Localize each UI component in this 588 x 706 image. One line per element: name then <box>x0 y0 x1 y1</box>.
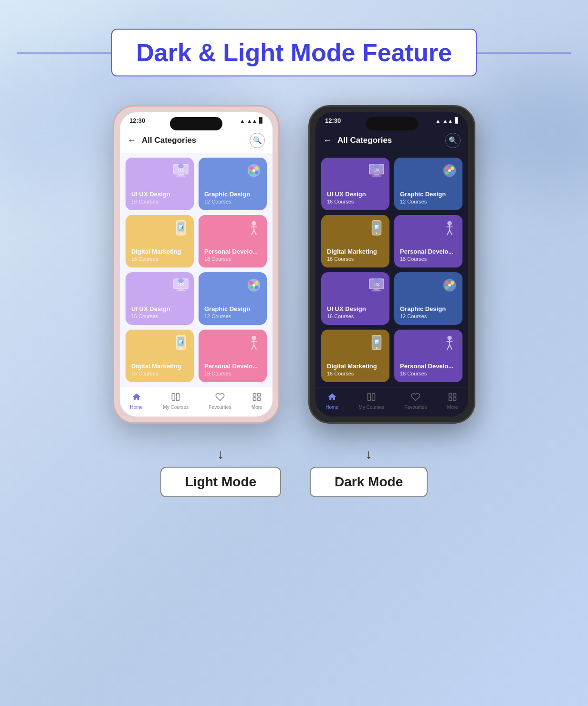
dark-nav-icon-0 <box>327 392 337 403</box>
dark-category-card-6[interactable]: 📊 Digital Marketing 16 Courses <box>321 330 389 382</box>
phones-container: 12:30 ▲ ▲▲ ▊ ← All Categories 🔍 UX UI UX… <box>113 105 475 424</box>
dynamic-island-dark <box>366 117 418 130</box>
dark-nav-item-more[interactable]: More <box>447 392 458 410</box>
light-category-card-6[interactable]: 📊 Digital Marketing 16 Courses <box>126 330 194 382</box>
dark-card-icon-6: 📊 <box>368 333 386 354</box>
svg-point-7 <box>250 166 253 170</box>
svg-point-65 <box>451 281 454 285</box>
back-arrow-light[interactable]: ← <box>127 136 136 146</box>
light-nav-item-home[interactable]: Home <box>130 392 143 410</box>
svg-rect-60 <box>372 290 381 291</box>
light-nav-item-my-courses[interactable]: My Courses <box>163 392 189 410</box>
light-nav-item-favourites[interactable]: Favourites <box>209 392 231 410</box>
light-category-card-3[interactable]: Personal Develo... 18 Courses <box>199 215 267 267</box>
card-courses-7: 18 Courses <box>204 371 261 376</box>
dark-card-courses-0: 16 Courses <box>327 199 384 204</box>
battery-icon: ▊ <box>259 118 263 124</box>
svg-text:UX: UX <box>373 167 380 172</box>
dynamic-island-light <box>170 117 222 130</box>
dark-card-icon-1 <box>441 161 459 182</box>
dark-nav-icon-3 <box>448 392 457 403</box>
dark-nav-label-2: Favourites <box>405 405 427 410</box>
light-time: 12:30 <box>129 117 145 124</box>
dark-nav-item-favourites[interactable]: Favourites <box>405 392 427 410</box>
dark-card-icon-2: 📊 <box>368 219 386 240</box>
card-name-5: Graphic Design <box>204 305 261 312</box>
dark-header: ← All Categories 🔍 <box>315 128 468 153</box>
dark-category-card-5[interactable]: Graphic Design 12 Courses <box>394 272 462 325</box>
dark-category-card-7[interactable]: Personal Develo... 18 Courses <box>394 330 462 382</box>
back-arrow-dark[interactable]: ← <box>323 136 332 146</box>
light-category-card-2[interactable]: 📊 Digital Marketing 16 Courses <box>126 215 194 267</box>
light-status-icons: ▲ ▲▲ ▊ <box>240 118 263 124</box>
light-mode-label-box: ↓ Light Mode <box>160 448 281 497</box>
card-icon-7 <box>245 333 263 354</box>
dark-bottom-nav: Home My Courses Favourites More <box>315 387 468 417</box>
dark-mode-arrow: ↓ <box>366 448 372 461</box>
dark-card-courses-4: 16 Courses <box>327 313 384 319</box>
dark-mode-label: Dark Mode <box>310 467 428 497</box>
dark-signal-icon: ▲▲ <box>442 118 453 124</box>
card-courses-4: 16 Courses <box>131 313 188 319</box>
dark-nav-item-home[interactable]: Home <box>326 392 338 410</box>
card-name-2: Digital Marketing <box>131 248 188 255</box>
card-name-3: Personal Develo... <box>204 248 261 255</box>
svg-rect-38 <box>253 398 256 401</box>
card-name-0: UI UX Design <box>131 191 188 198</box>
light-category-card-7[interactable]: Personal Develo... 18 Courses <box>199 330 267 382</box>
light-category-card-5[interactable]: Graphic Design 12 Courses <box>199 272 267 325</box>
light-phone-inner: 12:30 ▲ ▲▲ ▊ ← All Categories 🔍 UX UI UX… <box>120 112 273 417</box>
light-category-card-4[interactable]: UX UI UX Design 16 Courses <box>126 272 194 325</box>
light-nav-icon-0 <box>132 392 141 403</box>
dark-category-card-3[interactable]: Personal Develo... 18 Courses <box>394 215 462 267</box>
search-button-light[interactable]: 🔍 <box>250 133 265 148</box>
svg-rect-76 <box>449 394 452 396</box>
svg-rect-37 <box>258 394 261 396</box>
dark-category-card-0[interactable]: UX UI UX Design 16 Courses <box>321 158 389 210</box>
svg-point-33 <box>252 336 256 341</box>
card-courses-2: 16 Courses <box>131 256 188 262</box>
svg-rect-78 <box>449 398 452 401</box>
dark-phone-inner: 12:30 ▲ ▲▲ ▊ ← All Categories 🔍 UX UI UX… <box>315 112 468 417</box>
svg-rect-19 <box>178 289 183 290</box>
svg-text:UX: UX <box>178 282 184 287</box>
card-icon-3 <box>245 219 263 240</box>
svg-point-49 <box>445 171 449 175</box>
card-icon-1 <box>245 161 263 182</box>
dark-card-name-1: Graphic Design <box>400 191 457 198</box>
light-header: ← All Categories 🔍 <box>120 128 273 153</box>
dark-time: 12:30 <box>325 117 341 124</box>
dark-card-name-3: Personal Develo... <box>400 248 457 255</box>
svg-text:UX: UX <box>178 167 184 172</box>
light-nav-item-more[interactable]: More <box>252 392 262 410</box>
svg-point-27 <box>255 286 259 289</box>
svg-point-64 <box>445 281 449 285</box>
mode-labels-container: ↓ Light Mode ↓ Dark Mode <box>160 448 428 497</box>
card-icon-5 <box>245 276 263 297</box>
light-category-card-1[interactable]: Graphic Design 12 Courses <box>199 158 267 210</box>
dark-category-card-4[interactable]: UX UI UX Design 16 Courses <box>321 272 389 325</box>
dark-card-name-0: UI UX Design <box>327 191 384 198</box>
dark-nav-label-3: More <box>447 405 458 410</box>
search-button-dark[interactable]: 🔍 <box>445 133 461 148</box>
dark-nav-label-1: My Courses <box>359 405 384 410</box>
svg-rect-75 <box>372 394 375 401</box>
svg-point-48 <box>451 166 454 170</box>
light-category-card-0[interactable]: UX UI UX Design 16 Courses <box>126 158 194 210</box>
dark-categories-grid: UX UI UX Design 16 Courses Graphic Desig… <box>315 153 468 387</box>
svg-point-10 <box>255 171 259 175</box>
dark-card-icon-0: UX <box>368 161 386 182</box>
card-courses-0: 16 Courses <box>131 199 188 204</box>
svg-text:📊: 📊 <box>179 339 184 344</box>
dark-card-courses-2: 16 Courses <box>327 256 384 262</box>
dark-nav-item-my-courses[interactable]: My Courses <box>359 392 384 410</box>
dark-nav-icon-1 <box>367 392 376 403</box>
svg-rect-39 <box>258 398 261 401</box>
svg-point-68 <box>448 284 451 287</box>
dark-category-card-1[interactable]: Graphic Design 12 Courses <box>394 158 462 210</box>
dark-battery-icon: ▊ <box>455 118 459 124</box>
dark-category-card-2[interactable]: 📊 Digital Marketing 16 Courses <box>321 215 389 267</box>
svg-point-31 <box>180 347 182 349</box>
svg-point-11 <box>252 169 255 172</box>
title-banner: Dark & Light Mode Feature <box>111 29 477 76</box>
